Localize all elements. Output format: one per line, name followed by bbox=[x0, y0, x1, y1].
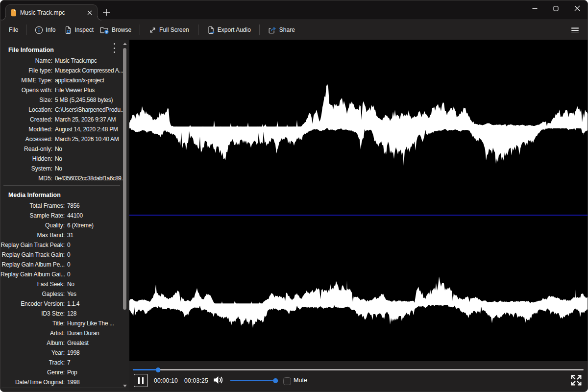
maximize-button[interactable] bbox=[545, 0, 566, 16]
tab-close-button[interactable] bbox=[86, 9, 94, 17]
kebab-dot bbox=[114, 43, 115, 45]
field-label: Opens with: bbox=[8, 85, 52, 95]
field-label: Max Band: bbox=[0, 230, 65, 240]
field-value: Yes bbox=[65, 289, 119, 299]
field-value: 0e4356032cc38dabf1a6c89... bbox=[52, 173, 126, 183]
field-value: C:\Users\SharpenedProdu... bbox=[52, 105, 126, 115]
field-label: ID3 Size: bbox=[0, 309, 65, 318]
title-bar: Music Track.mpc bbox=[0, 0, 588, 20]
pause-icon bbox=[138, 377, 140, 384]
toolbar: File Info Inspect bbox=[0, 20, 588, 40]
field-value: 6 (Xtreme) bbox=[65, 220, 119, 230]
seek-bar[interactable] bbox=[133, 368, 584, 372]
waveform-display[interactable] bbox=[129, 40, 588, 362]
field-label: Created: bbox=[8, 115, 52, 124]
current-time: 00:00:10 bbox=[154, 377, 178, 384]
field-label: Replay Gain Track Peak: bbox=[0, 240, 65, 250]
scroll-down-icon[interactable] bbox=[123, 385, 127, 387]
full-screen-button[interactable]: Full Screen bbox=[148, 26, 189, 34]
field-value: 0 bbox=[65, 270, 119, 279]
info-button[interactable]: Info bbox=[35, 26, 55, 34]
field-value: File Viewer Plus bbox=[52, 85, 126, 95]
field-value: Hungry Like The ... bbox=[65, 318, 119, 328]
field-value: 7856 bbox=[65, 201, 119, 211]
field-value: application/x-project bbox=[52, 75, 126, 85]
plus-icon bbox=[102, 8, 110, 16]
kebab-dot bbox=[114, 51, 115, 53]
field-value: March 25, 2026 9:37 AM bbox=[52, 115, 126, 124]
browse-button[interactable]: Browse bbox=[100, 26, 131, 34]
field-label: Genre: bbox=[0, 368, 65, 377]
field-label: Encoder Version: bbox=[0, 299, 65, 309]
field-value: 1998 bbox=[65, 377, 119, 387]
field-value: August 14, 2020 2:48 PM bbox=[52, 124, 126, 134]
menu-line bbox=[571, 27, 579, 27]
pause-button[interactable] bbox=[134, 374, 148, 387]
sidebar-bottom-divider bbox=[1, 388, 126, 388]
document-tab[interactable]: Music Track.mpc bbox=[5, 4, 98, 21]
field-label: Accessed: bbox=[8, 134, 52, 144]
field-value: 1.1.4 bbox=[65, 299, 119, 309]
field-value: Greatest bbox=[65, 338, 119, 348]
media-information-title: Media Information bbox=[8, 192, 129, 198]
file-menu-label: File bbox=[9, 26, 18, 33]
close-window-button[interactable] bbox=[566, 0, 588, 16]
volume-slider[interactable] bbox=[230, 378, 275, 383]
field-label: Location: bbox=[8, 105, 52, 115]
field-label: Year: bbox=[0, 348, 65, 358]
browse-label: Browse bbox=[112, 26, 131, 33]
mute-label: Mute bbox=[294, 377, 307, 384]
sidebar-options-button[interactable] bbox=[111, 43, 117, 53]
fullscreen-button[interactable] bbox=[570, 374, 582, 386]
toolbar-separator bbox=[259, 24, 260, 35]
document-magnifier-icon bbox=[64, 26, 72, 34]
menu-button[interactable] bbox=[571, 27, 579, 33]
field-value: No bbox=[52, 154, 126, 164]
field-value: 1998 bbox=[65, 348, 119, 358]
field-value: Duran Duran bbox=[65, 328, 119, 338]
field-label: Album: bbox=[0, 338, 65, 348]
content-area: File Information Name:Music Track.mpcFil… bbox=[0, 40, 588, 392]
maximize-icon bbox=[553, 6, 559, 11]
field-value: Music Track.mpc bbox=[52, 56, 126, 66]
new-tab-button[interactable] bbox=[102, 8, 110, 16]
field-value: March 25, 2026 10:40 AM bbox=[52, 134, 126, 144]
player-controls: 00:00:10 00:03:25 Mute bbox=[129, 361, 588, 392]
file-menu-button[interactable]: File bbox=[9, 26, 18, 33]
field-value: No bbox=[65, 279, 119, 289]
media-information-table: Total Frames:7856Sample Rate:44100Qualit… bbox=[0, 201, 129, 387]
share-label: Share bbox=[279, 26, 295, 33]
seek-thumb[interactable] bbox=[156, 368, 161, 372]
field-label: Modified: bbox=[8, 124, 52, 134]
folder-arrow-icon bbox=[100, 26, 109, 34]
field-value: 128 bbox=[65, 309, 119, 318]
volume-icon[interactable] bbox=[213, 375, 224, 385]
field-label: Read-only: bbox=[8, 144, 52, 154]
scrollbar-thumb[interactable] bbox=[123, 48, 126, 310]
field-label: Total Frames: bbox=[0, 201, 65, 211]
share-button[interactable]: Share bbox=[268, 26, 295, 34]
field-label: System: bbox=[8, 164, 52, 173]
field-value: 44100 bbox=[65, 211, 119, 220]
toolbar-separator bbox=[198, 24, 198, 35]
export-audio-button[interactable]: Export Audio bbox=[207, 26, 251, 34]
seek-track[interactable] bbox=[133, 369, 584, 370]
field-value: 31 bbox=[65, 230, 119, 240]
share-arrow-icon bbox=[268, 26, 277, 34]
field-label: Replay Gain Album Pe... bbox=[0, 260, 65, 270]
field-label: Replay Gain Track Gain: bbox=[0, 250, 65, 260]
field-label: MD5: bbox=[8, 173, 52, 183]
volume-thumb[interactable] bbox=[273, 378, 278, 383]
field-label: File type: bbox=[8, 66, 52, 75]
inspect-label: Inspect bbox=[74, 26, 94, 33]
inspect-button[interactable]: Inspect bbox=[64, 26, 94, 34]
field-label: Size: bbox=[8, 95, 52, 105]
sidebar-scrollbar[interactable] bbox=[122, 41, 128, 389]
minimize-button[interactable] bbox=[524, 0, 545, 16]
field-value: 0 bbox=[65, 260, 119, 270]
scroll-up-icon[interactable] bbox=[123, 43, 127, 45]
window-controls bbox=[524, 0, 588, 16]
mute-checkbox[interactable] bbox=[283, 377, 291, 385]
field-value: 7 bbox=[65, 358, 119, 368]
document-arrow-icon bbox=[207, 26, 215, 34]
